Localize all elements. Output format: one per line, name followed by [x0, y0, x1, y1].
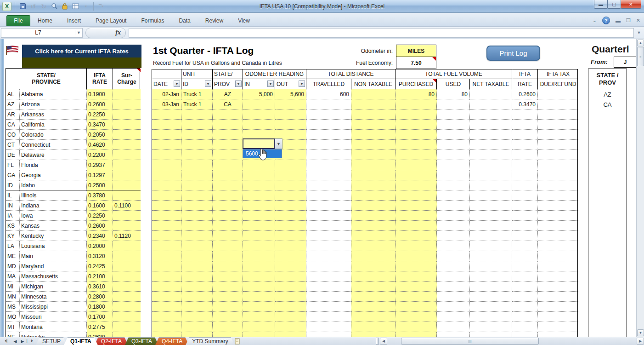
- tax-due-cell[interactable]: [538, 130, 578, 140]
- surcharge-cell[interactable]: [113, 130, 141, 140]
- state-code-cell[interactable]: CT: [6, 140, 20, 150]
- travelled-cell[interactable]: [306, 251, 351, 261]
- state-cell[interactable]: [213, 332, 243, 337]
- rate-cell[interactable]: 0.1700: [87, 312, 113, 322]
- purchased-cell[interactable]: [395, 312, 437, 322]
- state-name-cell[interactable]: Michigan: [20, 282, 87, 292]
- travelled-cell[interactable]: [306, 109, 351, 120]
- non-taxable-cell[interactable]: [351, 150, 395, 160]
- rate-cell[interactable]: 0.4620: [87, 140, 113, 150]
- travelled-cell[interactable]: [306, 271, 351, 282]
- horizontal-scroll-thumb[interactable]: ||||: [401, 338, 539, 345]
- rate-cell[interactable]: 0.2775: [87, 322, 113, 332]
- tab-split-handle[interactable]: [376, 338, 379, 345]
- rate-cell[interactable]: 0.2600: [87, 99, 113, 109]
- net-taxable-cell[interactable]: [470, 160, 512, 170]
- rate-cell[interactable]: [512, 120, 538, 130]
- travelled-cell[interactable]: [306, 150, 351, 160]
- rate-cell[interactable]: 0.1297: [87, 170, 113, 180]
- date-cell[interactable]: [152, 322, 181, 332]
- odometer-out-cell[interactable]: 5,600: [275, 89, 306, 99]
- used-cell[interactable]: [437, 120, 470, 130]
- unit-cell[interactable]: [181, 302, 213, 312]
- summary-state-cell[interactable]: CA: [588, 99, 627, 109]
- state-code-cell[interactable]: IN: [6, 201, 20, 211]
- table-row[interactable]: [152, 231, 578, 241]
- table-row[interactable]: [152, 130, 578, 140]
- surcharge-cell[interactable]: 0.1100: [113, 201, 141, 211]
- date-cell[interactable]: [152, 312, 181, 322]
- non-taxable-cell[interactable]: [351, 221, 395, 231]
- rate-cell[interactable]: [512, 140, 538, 150]
- table-row[interactable]: IN Indiana 0.1600 0.1100: [6, 201, 140, 211]
- unit-cell[interactable]: Truck 1: [181, 99, 213, 109]
- state-code-cell[interactable]: CA: [6, 120, 20, 130]
- surcharge-cell[interactable]: [113, 221, 141, 231]
- close-button[interactable]: ✕: [621, 0, 641, 9]
- rate-cell[interactable]: [512, 201, 538, 211]
- sheet-tab[interactable]: YTD Summary: [186, 337, 235, 345]
- filter-dropdown-icon[interactable]: ▼: [267, 80, 274, 87]
- non-taxable-cell[interactable]: [351, 99, 395, 109]
- date-cell[interactable]: [152, 211, 181, 221]
- odometer-in-cell[interactable]: 5,000: [243, 89, 275, 99]
- odometer-out-cell[interactable]: [275, 99, 306, 109]
- table-row[interactable]: [152, 109, 578, 120]
- ribbon-tab[interactable]: Data: [171, 15, 198, 26]
- state-cell[interactable]: [213, 261, 243, 271]
- rate-cell[interactable]: 0.1900: [87, 89, 113, 99]
- purchased-cell[interactable]: [395, 190, 437, 201]
- non-taxable-cell[interactable]: [351, 180, 395, 190]
- odometer-out-cell[interactable]: [275, 211, 306, 221]
- state-cell[interactable]: [213, 120, 243, 130]
- purchased-cell[interactable]: [395, 332, 437, 337]
- filter-dropdown-icon[interactable]: ▼: [205, 80, 211, 87]
- surcharge-cell[interactable]: [113, 261, 141, 271]
- state-cell[interactable]: [213, 251, 243, 261]
- non-taxable-cell[interactable]: [351, 302, 395, 312]
- last-sheet-icon[interactable]: ⎸⏵: [27, 339, 33, 344]
- date-cell[interactable]: [152, 109, 181, 120]
- sheet-tab[interactable]: SETUP: [36, 337, 67, 345]
- surcharge-cell[interactable]: [113, 109, 141, 120]
- print-log-button[interactable]: Print Log: [486, 46, 540, 61]
- state-name-cell[interactable]: Kansas: [20, 221, 87, 231]
- used-cell[interactable]: [437, 271, 470, 282]
- date-cell[interactable]: [152, 221, 181, 231]
- state-code-cell[interactable]: LA: [6, 241, 20, 251]
- tax-due-cell[interactable]: [538, 221, 578, 231]
- table-row[interactable]: [152, 251, 578, 261]
- surcharge-cell[interactable]: [113, 120, 141, 130]
- tax-due-cell[interactable]: [538, 180, 578, 190]
- rate-cell[interactable]: 0.2050: [87, 130, 113, 140]
- state-name-cell[interactable]: Massachusetts: [20, 271, 87, 282]
- travelled-cell[interactable]: [306, 160, 351, 170]
- odometer-out-cell[interactable]: [275, 241, 306, 251]
- table-row[interactable]: MA Massachusetts 0.2100: [6, 271, 140, 282]
- formula-input[interactable]: [129, 28, 634, 38]
- table-row[interactable]: [152, 120, 578, 130]
- state-name-cell[interactable]: Louisiana: [20, 241, 87, 251]
- odometer-unit-cell[interactable]: MILES: [396, 45, 436, 57]
- state-name-cell[interactable]: Illinois: [20, 190, 87, 201]
- surcharge-cell[interactable]: [113, 99, 141, 109]
- travelled-cell[interactable]: [306, 312, 351, 322]
- purchased-cell[interactable]: [395, 109, 437, 120]
- net-taxable-cell[interactable]: [470, 130, 512, 140]
- rate-cell[interactable]: [512, 282, 538, 292]
- state-code-cell[interactable]: AL: [6, 89, 20, 99]
- non-taxable-cell[interactable]: [351, 231, 395, 241]
- state-cell[interactable]: [213, 160, 243, 170]
- travelled-cell[interactable]: [306, 322, 351, 332]
- travelled-cell[interactable]: [306, 302, 351, 312]
- purchased-cell[interactable]: [395, 292, 437, 302]
- rate-cell[interactable]: 0.3780: [87, 190, 113, 201]
- table-row[interactable]: IL Illinois 0.3780: [6, 190, 140, 201]
- file-tab[interactable]: File: [6, 15, 30, 26]
- date-cell[interactable]: [152, 190, 181, 201]
- surcharge-cell[interactable]: [113, 89, 141, 99]
- net-taxable-cell[interactable]: [470, 109, 512, 120]
- scroll-right-icon[interactable]: ▶: [637, 338, 644, 345]
- table-row[interactable]: [152, 150, 578, 160]
- save-icon[interactable]: [18, 2, 27, 11]
